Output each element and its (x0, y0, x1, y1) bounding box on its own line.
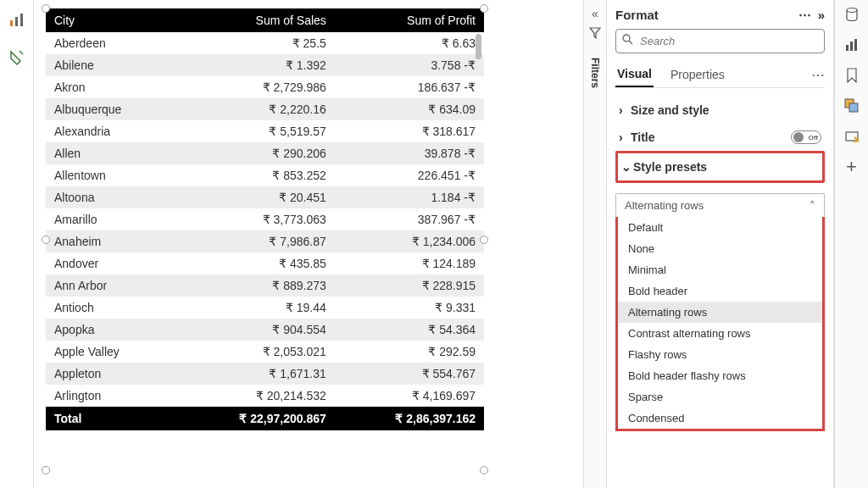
table-cell: ₹ 228.915 (335, 274, 484, 297)
table-cell: 1.184 -₹ (335, 186, 484, 208)
table-row[interactable]: Apple Valley₹ 2,053.021₹ 292.59 (46, 341, 484, 363)
preset-option[interactable]: Bold header flashy rows (618, 365, 822, 386)
table-cell: ₹ 54.364 (335, 319, 484, 341)
table-row[interactable]: Akron₹ 2,729.986186.637 -₹ (46, 76, 484, 98)
table-cell: ₹ 318.617 (335, 120, 484, 142)
data-pane-icon[interactable] (843, 5, 861, 24)
table-cell: Anaheim (46, 230, 175, 252)
more-tabs-icon[interactable]: ⋯ (811, 67, 825, 83)
search-input[interactable] (615, 29, 825, 53)
more-options-icon[interactable]: ⋯ (798, 7, 811, 22)
svg-rect-10 (849, 103, 858, 112)
table-cell: ₹ 634.09 (335, 98, 484, 120)
table-cell: ₹ 1.392 (175, 54, 335, 76)
section-title[interactable]: › Title Off (615, 124, 825, 151)
table-cell: Albuquerque (46, 98, 175, 120)
table-cell: ₹ 7,986.87 (175, 230, 335, 252)
section-label: Title (631, 130, 655, 144)
resize-handle[interactable] (42, 4, 50, 13)
column-header[interactable]: Sum of Sales (175, 8, 335, 32)
resize-handle[interactable] (42, 236, 50, 244)
bookmarks-pane-icon[interactable] (843, 66, 861, 85)
tab-visual[interactable]: Visual (615, 62, 654, 87)
svg-point-5 (847, 8, 857, 13)
title-toggle[interactable]: Off (791, 130, 821, 144)
collapse-pane-icon[interactable]: » (818, 8, 825, 22)
selection-pane-icon[interactable] (843, 97, 861, 115)
svg-rect-8 (854, 39, 857, 51)
table-row[interactable]: Allen₹ 290.20639.878 -₹ (46, 142, 484, 164)
sync-slicers-icon[interactable] (843, 127, 861, 146)
style-preset-dropdown[interactable]: Alternating rows ˄ (615, 193, 825, 217)
section-size-and-style[interactable]: › Size and style (615, 97, 825, 124)
table-scrollbar[interactable] (476, 34, 481, 59)
chevron-down-icon: ⌄ (621, 160, 633, 174)
table-cell: ₹ 2,053.021 (175, 341, 335, 363)
table-row[interactable]: Aberdeen₹ 25.5₹ 6.63 (46, 32, 484, 54)
table-cell: ₹ 124.189 (335, 252, 484, 274)
resize-handle[interactable] (480, 466, 488, 474)
format-pane-title: Format (615, 8, 659, 22)
table-cell: 3.758 -₹ (335, 54, 484, 76)
table-cell: ₹ 290.206 (175, 142, 335, 164)
table-cell: Aberdeen (46, 32, 175, 54)
table-cell: ₹ 1,234.006 (335, 230, 484, 252)
table-cell: Appleton (46, 363, 175, 385)
table-row[interactable]: Appleton₹ 1,671.31₹ 554.767 (46, 363, 484, 385)
preset-option[interactable]: Alternating rows (618, 302, 822, 323)
section-label: Style presets (633, 160, 707, 174)
tab-properties[interactable]: Properties (669, 63, 726, 86)
preset-option[interactable]: Sparse (618, 386, 822, 408)
section-style-presets[interactable]: ⌄ Style presets (618, 153, 822, 180)
visualizations-icon[interactable] (3, 7, 31, 34)
table-row[interactable]: Albuquerque₹ 2,220.16₹ 634.09 (46, 98, 484, 120)
table-cell: ₹ 2,729.986 (175, 76, 335, 98)
table-cell: ₹ 889.273 (175, 274, 335, 297)
table-cell: Antioch (46, 297, 175, 319)
add-pane-icon[interactable]: + (843, 158, 861, 176)
table-cell: ₹ 435.85 (175, 252, 335, 274)
preset-option[interactable]: Flashy rows (618, 344, 822, 365)
table-cell: Allen (46, 142, 175, 164)
preset-option[interactable]: Minimal (618, 259, 822, 280)
resize-handle[interactable] (480, 236, 488, 244)
table-row[interactable]: Arlington₹ 20,214.532₹ 4,169.697 (46, 385, 484, 407)
total-row: Total ₹ 22,97,200.867 ₹ 2,86,397.162 (46, 407, 484, 430)
table-visual[interactable]: City Sum of Sales Sum of Profit Aberdeen… (46, 8, 484, 470)
table-cell: ₹ 904.554 (175, 319, 335, 341)
table-row[interactable]: Allentown₹ 853.252226.451 -₹ (46, 164, 484, 186)
table-row[interactable]: Anaheim₹ 7,986.87₹ 1,234.006 (46, 230, 484, 252)
svg-rect-6 (846, 45, 849, 51)
table-cell: Altoona (46, 186, 175, 208)
filters-pane-label[interactable]: Filters (589, 58, 601, 88)
table-row[interactable]: Amarillo₹ 3,773.063387.967 -₹ (46, 208, 484, 230)
preset-option[interactable]: Condensed (618, 408, 822, 429)
preset-option[interactable]: Bold header (618, 280, 822, 302)
table-cell: Alexandria (46, 120, 175, 142)
table-row[interactable]: Ann Arbor₹ 889.273₹ 228.915 (46, 274, 484, 297)
resize-handle[interactable] (42, 466, 50, 474)
filter-funnel-icon[interactable] (589, 27, 601, 42)
table-cell: 186.637 -₹ (335, 76, 484, 98)
preset-option[interactable]: Contrast alternating rows (618, 323, 822, 344)
format-painter-icon[interactable] (3, 44, 31, 71)
preset-option[interactable]: Default (618, 217, 822, 238)
preset-option[interactable]: None (618, 238, 822, 259)
column-header[interactable]: City (46, 8, 175, 32)
table-row[interactable]: Alexandria₹ 5,519.57₹ 318.617 (46, 120, 484, 142)
expand-filters-icon[interactable]: « (592, 7, 598, 20)
column-header[interactable]: Sum of Profit (335, 8, 484, 32)
table-row[interactable]: Altoona₹ 20.4511.184 -₹ (46, 186, 484, 208)
table-cell: ₹ 3,773.063 (175, 208, 335, 230)
svg-rect-2 (20, 14, 23, 26)
preset-selected-value: Alternating rows (625, 199, 704, 212)
table-row[interactable]: Antioch₹ 19.44₹ 9.331 (46, 297, 484, 319)
total-label: Total (46, 407, 175, 430)
visualizations-pane-icon[interactable] (843, 36, 861, 54)
total-sales: ₹ 22,97,200.867 (175, 407, 335, 430)
resize-handle[interactable] (480, 4, 488, 13)
table-row[interactable]: Abilene₹ 1.3923.758 -₹ (46, 54, 484, 76)
table-cell: Allentown (46, 164, 175, 186)
table-row[interactable]: Apopka₹ 904.554₹ 54.364 (46, 319, 484, 341)
table-row[interactable]: Andover₹ 435.85₹ 124.189 (46, 252, 484, 274)
